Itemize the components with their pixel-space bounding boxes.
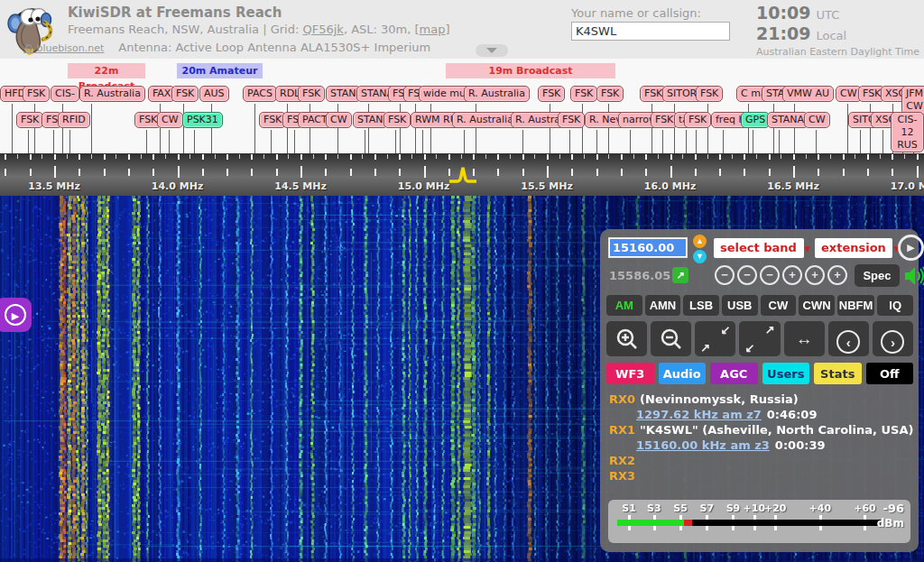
smeter-tick: [706, 526, 708, 530]
scale-tick: [189, 154, 190, 159]
dx-label[interactable]: FSK: [570, 86, 597, 102]
band-bar[interactable]: 20m Amateur: [177, 63, 263, 78]
dx-label[interactable]: CIS-12 RUS: [891, 112, 924, 152]
dx-label[interactable]: CIS-: [51, 86, 79, 102]
zoom-in-step-button-1[interactable]: +: [782, 265, 802, 285]
dx-label[interactable]: JFM CW: [901, 86, 924, 115]
tab-audio-button[interactable]: Audio: [659, 363, 707, 384]
scale-tick: [818, 169, 819, 176]
smeter-scale-label: +60: [854, 502, 876, 514]
rx-frequency-link[interactable]: 15160.00 kHz am z3: [636, 438, 770, 452]
zoom-to-passband-button[interactable]: ↙ ↗: [695, 321, 735, 356]
scroll-left-button[interactable]: ‹: [828, 321, 869, 356]
dx-label[interactable]: FSK: [16, 112, 43, 128]
mode-button-am[interactable]: AM: [606, 295, 642, 316]
scale-frequency-label: 16.5 MHz: [762, 180, 825, 192]
dx-label[interactable]: PACS: [243, 86, 277, 102]
dx-label[interactable]: FSK: [684, 112, 711, 128]
play-button[interactable]: ▶: [898, 235, 924, 261]
open-control-panel-button[interactable]: ▶: [0, 298, 32, 332]
frequency-link-button[interactable]: ↗: [672, 267, 688, 283]
zoom-out-step-button-1[interactable]: −: [715, 265, 735, 285]
mode-button-usb[interactable]: USB: [722, 295, 758, 316]
zoom-in-step-button-2[interactable]: +: [805, 265, 825, 285]
local-time: 21:09: [756, 23, 810, 43]
rx-id: RX0: [609, 392, 635, 406]
dx-label[interactable]: FSK: [383, 112, 411, 128]
tab-agc-button[interactable]: AGC: [710, 363, 758, 384]
frequency-down-button[interactable]: ▼: [693, 250, 707, 263]
dx-label-line: [686, 130, 687, 153]
scale-tick: [128, 169, 130, 176]
zoom-out-step-button-3[interactable]: −: [760, 265, 780, 285]
utc-label: UTC: [816, 8, 839, 22]
dx-label[interactable]: R. Australia: [79, 86, 145, 102]
dx-label[interactable]: FSK: [538, 86, 565, 102]
dx-label[interactable]: FSK: [298, 86, 325, 102]
mode-button-cw[interactable]: CW: [761, 295, 797, 316]
scale-frequency-label: 15.0 MHz: [393, 180, 456, 192]
mode-button-nbfm[interactable]: NBFM: [837, 295, 875, 316]
dx-label[interactable]: FSK: [23, 86, 50, 102]
smeter-dbm-value: -96: [883, 502, 905, 515]
band-bar[interactable]: 19m Broadcast: [446, 63, 615, 78]
tab-users-button[interactable]: Users: [762, 363, 810, 384]
dx-label[interactable]: CW: [157, 112, 183, 128]
smeter-tick: [819, 526, 822, 530]
dx-label[interactable]: STANA: [767, 112, 808, 128]
dx-label[interactable]: GPS: [741, 112, 770, 128]
collapse-header-button[interactable]: [476, 44, 508, 57]
scale-tick: [288, 154, 289, 159]
callsign-input[interactable]: [571, 22, 730, 41]
dx-label[interactable]: CW: [804, 112, 830, 128]
dx-label[interactable]: R. Australia: [452, 112, 518, 128]
dx-label-line: [464, 130, 465, 153]
mode-button-cwn[interactable]: CWN: [799, 295, 835, 316]
rx-frequency-link[interactable]: 1297.62 kHz am z7: [636, 408, 762, 421]
frequency-input[interactable]: 15160.00: [608, 237, 688, 258]
bluebison-link[interactable]: © bluebison.net: [23, 42, 104, 54]
scale-tick: [178, 166, 180, 178]
mode-button-lsb[interactable]: LSB: [683, 295, 719, 316]
dx-label[interactable]: STAN: [326, 86, 361, 102]
scroll-right-button[interactable]: ›: [873, 321, 913, 356]
dx-label[interactable]: FSK: [558, 112, 585, 128]
tab-wf3-button[interactable]: WF3: [606, 363, 654, 384]
dx-label[interactable]: PSK31: [182, 112, 223, 128]
mode-button-amn[interactable]: AMN: [645, 295, 681, 316]
scale-tick: [497, 169, 499, 176]
zoom-full-band-button[interactable]: ↗ ↙: [739, 321, 780, 356]
band-select[interactable]: select band▼: [714, 238, 804, 258]
spectrum-toggle-button[interactable]: Spec: [855, 264, 900, 287]
frequency-up-button[interactable]: ▲: [693, 235, 707, 248]
dx-label[interactable]: AUS: [199, 86, 229, 102]
dx-label[interactable]: STAN: [353, 112, 388, 128]
tab-stats-button[interactable]: Stats: [814, 363, 862, 384]
dx-label[interactable]: FSK: [696, 86, 723, 102]
scale-tick: [300, 154, 302, 160]
frequency-scale[interactable]: 13.5 MHz14.0 MHz14.5 MHz15.0 MHz15.5 MHz…: [0, 153, 924, 196]
mode-button-iq[interactable]: IQ: [877, 295, 913, 316]
rx-id: RX2: [609, 454, 635, 467]
passband-marker-icon[interactable]: [448, 165, 478, 183]
dx-label[interactable]: RFID: [58, 112, 90, 128]
dx-label[interactable]: FSK: [171, 86, 199, 102]
zoom-in-step-button-3[interactable]: +: [827, 265, 847, 285]
zoom-out-step-button-2[interactable]: −: [737, 265, 757, 285]
dx-label[interactable]: R. Australia: [464, 86, 530, 102]
tab-off-button[interactable]: Off: [866, 363, 914, 384]
grid-link[interactable]: QF56jk: [302, 23, 343, 36]
zoom-out-button[interactable]: [651, 321, 691, 356]
band-bar[interactable]: 22m Broadcast: [68, 63, 145, 78]
dx-label[interactable]: CW: [326, 112, 352, 128]
scale-tick: [843, 169, 845, 176]
smeter-tick: [732, 526, 735, 530]
dx-label[interactable]: FSK: [596, 86, 624, 102]
volume-button[interactable]: [904, 265, 924, 287]
dx-label-line: [860, 130, 861, 153]
zoom-in-button[interactable]: [606, 321, 647, 356]
map-link[interactable]: map: [420, 23, 446, 36]
dx-label[interactable]: VMW AU: [782, 86, 834, 102]
extension-select[interactable]: extension▼: [815, 238, 892, 258]
passband-width-button[interactable]: ↔: [784, 321, 825, 356]
